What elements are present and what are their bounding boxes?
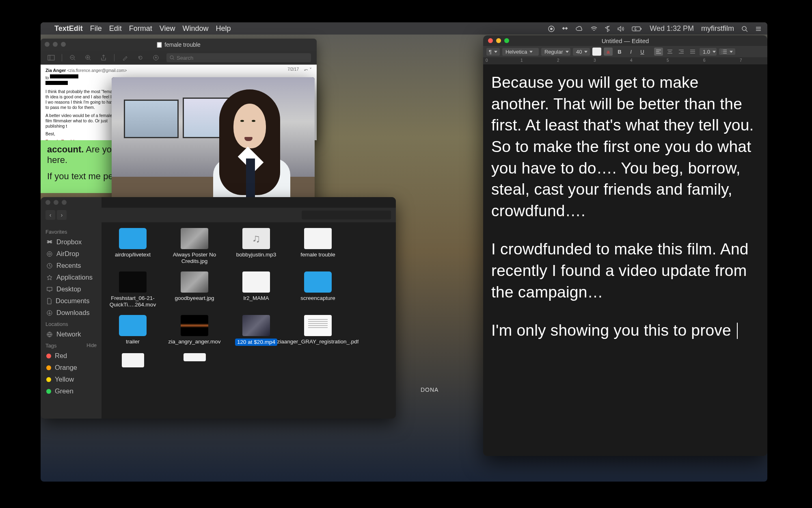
highlight-color-button[interactable]: a [604,48,613,56]
close-button[interactable] [488,38,493,43]
sidebar-tag-yellow[interactable]: Yellow [41,373,102,385]
window-title: female trouble [41,39,317,51]
svg-rect-4 [632,27,640,31]
menubar: TextEdit File Edit Format View Window He… [41,22,767,35]
style-preset-select[interactable]: ¶ [486,48,500,56]
file-item[interactable] [168,353,221,370]
ruler[interactable]: 0 1 2 3 4 5 6 7 [483,57,767,65]
italic-button[interactable]: I [626,48,635,56]
search-input[interactable]: Search [166,53,311,62]
align-left-button[interactable] [654,48,663,56]
search-placeholder: Search [177,55,193,61]
minimize-button[interactable] [54,200,58,205]
menu-help[interactable]: Help [216,24,231,33]
menu-view[interactable]: View [160,24,175,33]
text-color-button[interactable] [592,48,601,56]
user-menu[interactable]: myfirstfilm [701,24,734,33]
sidebar-item-applications[interactable]: Applications [41,271,102,283]
file-item[interactable]: goodbyeeart.jpg [168,271,221,308]
align-right-button[interactable] [677,48,686,56]
zoom-in-icon[interactable] [83,53,93,63]
font-size-select[interactable]: 40 [573,48,590,56]
hide-tags-button[interactable]: Hide [86,343,97,348]
battery-icon[interactable] [632,24,642,33]
desktop: TextEdit File Edit Format View Window He… [41,22,767,482]
sidebar-toggle-icon[interactable] [46,53,56,63]
close-button[interactable] [45,200,50,205]
menu-file[interactable]: File [90,24,102,33]
file-item[interactable]: lr2_MAMA [230,271,283,308]
sidebar-item-dropbox[interactable]: Dropbox [41,236,102,248]
obs-icon[interactable] [548,24,555,33]
underline-button[interactable]: U [638,48,647,56]
file-item[interactable]: Freshstart_06-21-QuickTi….264.mov [106,271,159,308]
sidebar-item-airdrop[interactable]: AirDrop [41,248,102,260]
bluetooth-icon[interactable] [605,24,610,33]
line-spacing-select[interactable]: 1.0 [700,48,717,56]
file-item-selected[interactable]: 120 at $20.mp4 [230,315,283,346]
sidebar-tag-orange[interactable]: Orange [41,362,102,373]
highlight-icon[interactable] [120,53,130,63]
sidebar-tag-green[interactable]: Green [41,385,102,397]
sidebar-item-network[interactable]: Network [41,328,102,340]
email-from-address: <zia.florence.anger@gmail.com> [67,68,127,73]
align-center-button[interactable] [665,48,674,56]
minimize-button[interactable] [496,38,501,43]
minimize-button[interactable] [53,42,58,47]
wifi-icon[interactable] [590,24,598,33]
finder-window[interactable]: ‹ › Favorites Dropbox AirDrop Recents Ap… [41,197,396,419]
file-item[interactable]: airdrop/livetext [106,228,159,264]
email-signoff: Best, [45,131,119,137]
svg-rect-16 [47,287,52,291]
file-item[interactable]: ♫bobbyjustin.mp3 [230,228,283,264]
zoom-button[interactable] [504,38,509,43]
sidebar-heading-locations: Locations [41,319,102,328]
forward-button[interactable]: › [57,210,67,220]
sidebar-tag-red[interactable]: Red [41,350,102,362]
markup-icon[interactable] [151,53,161,63]
svg-rect-7 [157,42,162,48]
rotate-icon[interactable] [136,53,145,63]
share-icon[interactable] [99,53,108,63]
align-justify-button[interactable] [688,48,697,56]
menu-format[interactable]: Format [129,24,152,33]
email-to-label: to [45,76,49,80]
sidebar-item-desktop[interactable]: Desktop [41,283,102,295]
window-controls[interactable] [45,42,66,47]
back-button[interactable]: ‹ [45,210,55,220]
app-name[interactable]: TextEdit [54,24,83,33]
menu-edit[interactable]: Edit [109,24,122,33]
font-style-select[interactable]: Regular [541,48,570,56]
textedit-window[interactable]: Untitled — Edited ¶ Helvetica Regular 40… [483,35,767,456]
file-item[interactable] [106,353,159,370]
notification-center-icon[interactable] [755,24,762,33]
sidebar-item-recents[interactable]: Recents [41,260,102,271]
bold-button[interactable]: B [615,48,624,56]
svg-point-12 [170,56,173,59]
creative-cloud-icon[interactable] [576,24,583,33]
finder-search[interactable] [302,211,391,219]
menu-window[interactable]: Window [182,24,208,33]
background-monitor [124,100,179,138]
file-item[interactable]: screencapture [292,271,344,308]
zoom-button[interactable] [61,42,66,47]
spotlight-icon[interactable] [741,24,748,33]
document-body[interactable]: Because you will get to make another. Th… [483,65,767,456]
sidebar-item-downloads[interactable]: Downloads [41,307,102,319]
list-style-select[interactable] [719,48,735,55]
close-button[interactable] [45,42,50,47]
file-item[interactable]: female trouble [292,228,344,264]
file-item[interactable]: zia_angry_anger.mov [168,315,221,346]
svg-rect-8 [48,55,54,60]
file-item[interactable]: ziaanger_GRAY_registration_.pdf [292,315,344,346]
volume-icon[interactable] [617,24,624,33]
zoom-button[interactable] [62,200,67,205]
font-family-select[interactable]: Helvetica [502,48,539,56]
zoom-out-icon[interactable] [68,53,78,63]
file-item[interactable]: Always Poster No Credits.jpg [168,228,221,264]
email-nav-arrows[interactable]: ⤺ ˅ [304,67,312,73]
dropbox-status-icon[interactable] [562,24,568,33]
sidebar-item-documents[interactable]: Documents [41,295,102,307]
clock[interactable]: Wed 1:32 PM [650,24,694,33]
file-item[interactable]: trailer [106,315,159,346]
